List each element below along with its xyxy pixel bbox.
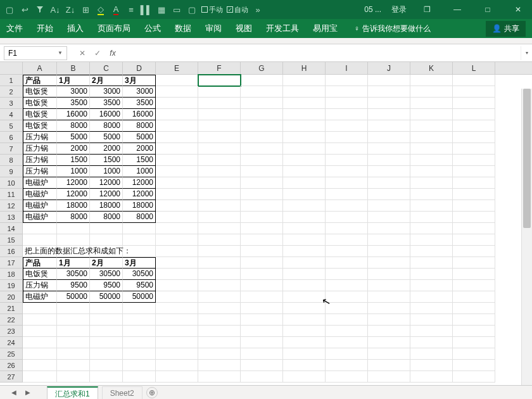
cell-K14[interactable] xyxy=(410,223,453,234)
cell-A24[interactable] xyxy=(23,337,57,348)
cell-G3[interactable] xyxy=(241,98,283,109)
cell-C23[interactable] xyxy=(90,326,123,337)
cell-H12[interactable] xyxy=(283,200,326,212)
cell-I19[interactable] xyxy=(326,280,368,291)
cell-J18[interactable] xyxy=(368,269,410,280)
cell-E3[interactable] xyxy=(156,98,198,109)
cell-K10[interactable] xyxy=(410,177,453,189)
col-header-L[interactable]: L xyxy=(453,62,495,75)
cell-F25[interactable] xyxy=(198,348,241,360)
cell-E7[interactable] xyxy=(156,143,198,155)
cell-D5[interactable]: 8000 xyxy=(123,120,156,132)
cell-B21[interactable] xyxy=(57,303,90,314)
row-header-22[interactable]: 22 xyxy=(0,314,22,326)
cell-L16[interactable] xyxy=(453,246,495,257)
cell-J14[interactable] xyxy=(368,223,410,234)
cell-J25[interactable] xyxy=(368,348,410,360)
cell-E23[interactable] xyxy=(156,326,198,337)
cell-D23[interactable] xyxy=(123,326,156,337)
cell-I23[interactable] xyxy=(326,326,368,337)
cell-F12[interactable] xyxy=(198,200,241,212)
cell-D22[interactable] xyxy=(123,314,156,326)
cell-G23[interactable] xyxy=(241,326,283,337)
cell-L15[interactable] xyxy=(453,234,495,246)
align-icon[interactable]: ▌▌ xyxy=(141,4,152,15)
cell-E15[interactable] xyxy=(156,234,198,246)
cell-H14[interactable] xyxy=(283,223,326,234)
cell-D18[interactable]: 30500 xyxy=(123,269,156,280)
cell-G26[interactable] xyxy=(241,360,283,371)
cell-I22[interactable] xyxy=(326,314,368,326)
sort-desc-icon[interactable]: Z↓ xyxy=(65,4,76,15)
login-button[interactable]: 登录 xyxy=(391,4,407,15)
cell-K11[interactable] xyxy=(410,189,453,200)
scrollbar-thumb[interactable] xyxy=(523,89,531,228)
cell-G24[interactable] xyxy=(241,337,283,348)
row-header-12[interactable]: 12 xyxy=(0,200,22,212)
cell-I4[interactable] xyxy=(326,109,368,120)
cell-I1[interactable] xyxy=(326,75,368,86)
cell-J24[interactable] xyxy=(368,337,410,348)
cell-J17[interactable] xyxy=(368,257,410,269)
cell-E13[interactable] xyxy=(156,212,198,223)
cell-K13[interactable] xyxy=(410,212,453,223)
cell-J11[interactable] xyxy=(368,189,410,200)
cell-D15[interactable] xyxy=(123,234,156,246)
manual-checkbox[interactable]: 手动 xyxy=(201,5,223,15)
cell-B2[interactable]: 3000 xyxy=(57,86,90,98)
row-header-16[interactable]: 16 xyxy=(0,246,22,257)
cell-C24[interactable] xyxy=(90,337,123,348)
expand-formula-bar-icon[interactable]: ▾ xyxy=(521,46,532,60)
cell-A15[interactable] xyxy=(23,234,57,246)
list-icon[interactable]: ≡ xyxy=(125,4,137,15)
cell-F9[interactable] xyxy=(198,166,241,177)
cell-K2[interactable] xyxy=(410,86,453,98)
cell-J26[interactable] xyxy=(368,360,410,371)
cell-K22[interactable] xyxy=(410,314,453,326)
cell-F15[interactable] xyxy=(198,234,241,246)
cell-C26[interactable] xyxy=(90,360,123,371)
cell-K21[interactable] xyxy=(410,303,453,314)
row-header-25[interactable]: 25 xyxy=(0,348,22,360)
cell-A10[interactable]: 电磁炉 xyxy=(23,177,57,189)
cell-B4[interactable]: 16000 xyxy=(57,109,90,120)
cell-D4[interactable]: 16000 xyxy=(123,109,156,120)
cell-D6[interactable]: 5000 xyxy=(123,132,156,143)
cell-L9[interactable] xyxy=(453,166,495,177)
cell-G22[interactable] xyxy=(241,314,283,326)
cell-F27[interactable] xyxy=(198,371,241,383)
cell-H4[interactable] xyxy=(283,109,326,120)
sheet-nav-prev[interactable]: ◀ xyxy=(9,388,19,398)
cell-C8[interactable]: 1500 xyxy=(90,155,123,166)
cell-J2[interactable] xyxy=(368,86,410,98)
cell-K27[interactable] xyxy=(410,371,453,383)
cell-A25[interactable] xyxy=(23,348,57,360)
cell-I25[interactable] xyxy=(326,348,368,360)
row-header-17[interactable]: 17 xyxy=(0,257,22,269)
cell-H10[interactable] xyxy=(283,177,326,189)
cell-A18[interactable]: 电饭煲 xyxy=(23,269,57,280)
cell-A3[interactable]: 电饭煲 xyxy=(23,98,57,109)
cell-C21[interactable] xyxy=(90,303,123,314)
cell-A8[interactable]: 压力锅 xyxy=(23,155,57,166)
cell-F23[interactable] xyxy=(198,326,241,337)
share-button[interactable]: 👤共享 xyxy=(486,21,526,37)
cell-I21[interactable] xyxy=(326,303,368,314)
cell-H22[interactable] xyxy=(283,314,326,326)
cell-A14[interactable] xyxy=(23,223,57,234)
cell-L21[interactable] xyxy=(453,303,495,314)
cell-B25[interactable] xyxy=(57,348,90,360)
cell-E26[interactable] xyxy=(156,360,198,371)
cell-E14[interactable] xyxy=(156,223,198,234)
cell-B13[interactable]: 8000 xyxy=(57,212,90,223)
cell-E11[interactable] xyxy=(156,189,198,200)
cell-A7[interactable]: 压力锅 xyxy=(23,143,57,155)
cell-L11[interactable] xyxy=(453,189,495,200)
sheet-tab-active[interactable]: 汇总求和1 xyxy=(47,386,98,399)
cell-H21[interactable] xyxy=(283,303,326,314)
cell-J21[interactable] xyxy=(368,303,410,314)
accept-formula-button[interactable]: ✓ xyxy=(90,46,105,60)
cell-D17[interactable]: 3月 xyxy=(123,257,156,269)
cell-K9[interactable] xyxy=(410,166,453,177)
cell-G14[interactable] xyxy=(241,223,283,234)
